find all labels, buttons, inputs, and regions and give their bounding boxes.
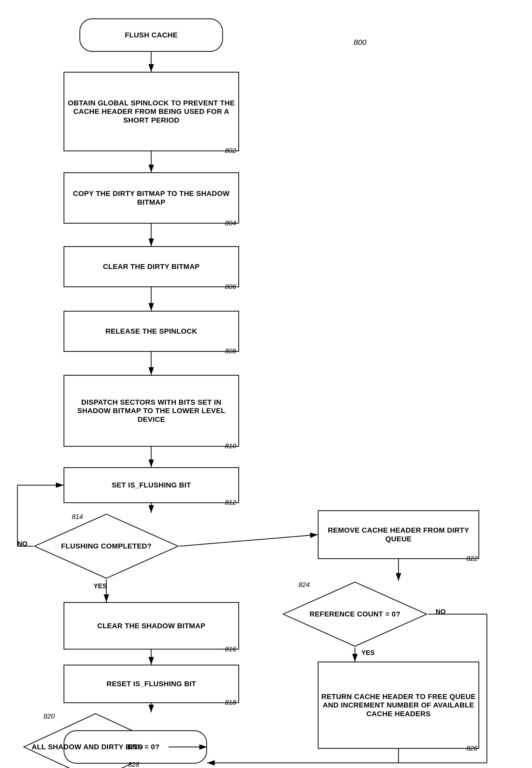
label-814: 814 [72,513,83,521]
node-814: FLUSHING COMPLETED? [33,513,179,580]
diagram-reference-label: 800 [354,38,366,47]
label-802: 802 [225,147,236,155]
label-824: 824 [299,581,310,589]
label-810: 810 [225,442,236,450]
node-804: COPY THE DIRTY BITMAP TO THE SHADOW BITM… [64,172,239,224]
node-822: REMOVE CACHE HEADER FROM DIRTY QUEUE [318,510,479,559]
node-806: CLEAR THE DIRTY BITMAP [64,246,239,287]
yes-label-814: YES [94,582,107,590]
node-826: RETURN CACHE HEADER TO FREE QUEUE AND IN… [318,662,479,749]
node-802: OBTAIN GLOBAL SPINLOCK TO PREVENT THE CA… [64,72,239,151]
flowchart-diagram: 800 FLUSH CACHE OBTAIN GLOBAL SPINLOCK T… [0,0,532,768]
label-822: 822 [466,555,477,563]
label-808: 808 [225,347,236,355]
label-806: 806 [225,283,236,291]
label-812: 812 [225,499,236,507]
label-828: 828 [128,761,139,768]
label-816: 816 [225,645,236,653]
svg-line-22 [179,535,318,546]
no-label-824: NO [436,608,446,616]
no-label-814: NO [17,540,27,548]
node-818: RESET IS_FLUSHING BIT [64,665,239,703]
label-804: 804 [225,219,236,227]
node-810: DISPATCH SECTORS WITH BITS SET IN SHADOW… [64,375,239,447]
label-826: 826 [466,744,477,752]
node-816: CLEAR THE SHADOW BITMAP [64,602,239,650]
node-824: REFERENCE COUNT = 0? [282,581,428,648]
label-818: 818 [225,699,236,706]
node-808: RELEASE THE SPINLOCK [64,311,239,352]
label-820: 820 [44,712,55,720]
yes-label-824: YES [361,649,375,657]
node-812: SET IS_FLUSHING BIT [64,467,239,503]
start-node: FLUSH CACHE [79,18,223,52]
